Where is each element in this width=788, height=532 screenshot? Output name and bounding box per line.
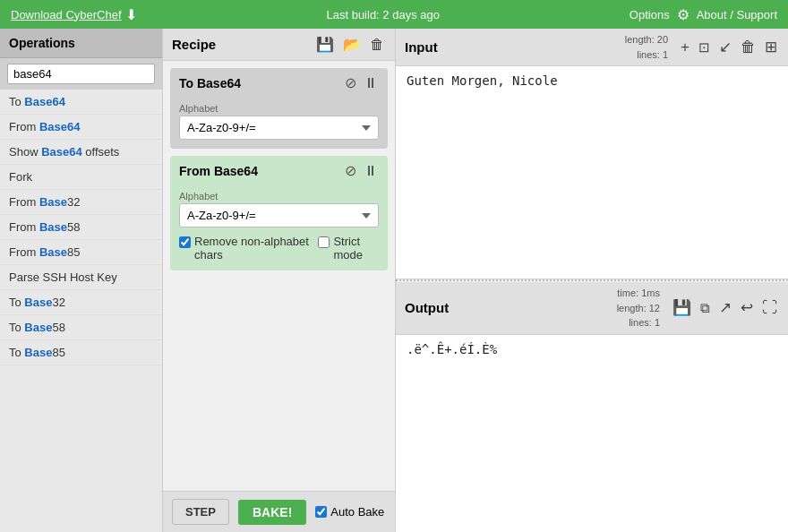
input-clear-button[interactable]: 🗑 [739,37,758,58]
sidebar-item-from-base64[interactable]: From Base64 [0,115,162,140]
remove-non-alpha-checkbox[interactable] [179,236,191,248]
sidebar-item-label: From Base58 [9,220,81,234]
output-save-button[interactable]: 💾 [671,296,693,319]
input-section: Input length: 20 lines: 1 + ⊡ ↙ 🗑 ⊞ [396,29,788,279]
gear-icon[interactable]: ⚙ [677,6,690,23]
sidebar-item-to-base32[interactable]: To Base32 [0,290,162,315]
sidebar-item-from-base85[interactable]: From Base85 [0,240,162,265]
sidebar: Operations To Base64 From Base64 Show Ba… [0,29,163,532]
sidebar-item-label: To Base64 [9,95,65,108]
search-input[interactable] [7,64,155,84]
output-section: Output time: 1ms length: 12 lines: 1 💾 ⧉… [396,282,788,532]
output-lines-value: 1 [655,317,660,328]
input-content[interactable]: Guten Morgen, Nicole [396,66,788,279]
from-base64-header: From Base64 ⊘ ⏸ [170,156,388,185]
to-base64-disable-button[interactable]: ⊘ [344,73,357,92]
from-base64-icons: ⊘ ⏸ [344,161,379,180]
io-panel: Input length: 20 lines: 1 + ⊡ ↙ 🗑 ⊞ [396,29,788,532]
output-icons: 💾 ⧉ ↗ ↩ ⛶ [671,296,779,319]
from-base64-title: From Base64 [179,164,258,178]
from-base64-alphabet-label: Alphabet [179,191,379,202]
output-stats: time: 1ms length: 12 lines: 1 [617,286,660,330]
main-layout: Operations To Base64 From Base64 Show Ba… [0,29,788,532]
sidebar-item-label: Parse SSH Host Key [9,270,117,284]
sidebar-item-label: Fork [9,170,32,184]
output-undo-button[interactable]: ↩ [739,296,755,319]
recipe-trash-button[interactable]: 🗑 [368,35,386,55]
sidebar-item-parse-ssh[interactable]: Parse SSH Host Key [0,265,162,290]
input-new-tab-button[interactable]: ⊡ [697,38,712,57]
to-base64-header: To Base64 ⊘ ⏸ [170,68,388,98]
sidebar-item-label: Show Base64 offsets [9,145,119,159]
remove-non-alpha-item: Remove non-alphabet chars [179,235,311,262]
to-base64-icons: ⊘ ⏸ [344,73,379,92]
recipe-panel: Recipe 💾 📂 🗑 To Base64 ⊘ ⏸ Alphabet [163,29,396,532]
search-box [0,58,162,90]
sidebar-item-label: From Base64 [9,120,81,133]
step-button[interactable]: STEP [172,499,229,525]
download-icon: ⬇ [125,6,137,23]
output-fullscreen-button[interactable]: ⛶ [760,297,779,319]
recipe-blocks: To Base64 ⊘ ⏸ Alphabet A-Za-z0-9+/= From… [163,61,395,491]
remove-non-alpha-label: Remove non-alphabet chars [194,235,311,262]
recipe-title: Recipe [172,37,216,52]
from-base64-pause-button[interactable]: ⏸ [363,162,379,180]
to-base64-alphabet-select[interactable]: A-Za-z0-9+/= [179,116,379,140]
strict-mode-item: Strict mode [318,235,379,262]
input-length-value: 20 [657,34,668,45]
sidebar-item-label: From Base85 [9,245,81,259]
topbar-right: Options ⚙ About / Support [630,6,777,23]
output-content: .ë^.Ê+.éÍ.È% [396,335,788,533]
input-icons: + ⊡ ↙ 🗑 ⊞ [679,36,779,58]
from-base64-body: Alphabet A-Za-z0-9+/= Remove non-alphabe… [170,185,388,270]
input-lines-value: 1 [663,49,668,60]
sidebar-item-label: To Base32 [9,296,65,309]
sidebar-item-to-base64[interactable]: To Base64 [0,90,162,115]
sidebar-item-show-base64-offsets[interactable]: Show Base64 offsets [0,140,162,165]
sidebar-item-label: To Base58 [9,321,65,334]
output-copy-button[interactable]: ⧉ [698,298,712,318]
input-stats: length: 20 lines: 1 [625,32,668,62]
input-length-label: length: [625,34,655,45]
input-lines-label: lines: [637,49,660,60]
sidebar-item-fork[interactable]: Fork [0,165,162,190]
from-base64-alphabet-select[interactable]: A-Za-z0-9+/= [179,203,379,227]
recipe-footer: STEP BAKE! Auto Bake [163,491,395,532]
sidebar-item-from-base32[interactable]: From Base32 [0,190,162,215]
to-base64-body: Alphabet A-Za-z0-9+/= [170,98,388,149]
sidebar-header: Operations [0,29,162,58]
last-build: Last build: 2 days ago [326,8,439,21]
options-label[interactable]: Options [630,8,670,21]
sidebar-item-label: To Base85 [9,346,65,359]
topbar: Download CyberChef ⬇ Last build: 2 days … [0,0,788,29]
output-length-label: length: [617,303,647,313]
input-layout-button[interactable]: ⊞ [763,36,779,58]
to-base64-pause-button[interactable]: ⏸ [363,74,379,92]
auto-bake-area: Auto Bake [315,505,384,519]
input-import-button[interactable]: ↙ [717,36,733,58]
bake-button[interactable]: BAKE! [238,500,306,525]
output-new-win-button[interactable]: ↗ [717,296,733,319]
recipe-header: Recipe 💾 📂 🗑 [163,29,395,61]
output-time-label: time: [617,287,638,298]
sidebar-item-from-base58[interactable]: From Base58 [0,215,162,240]
to-base64-alphabet-label: Alphabet [179,103,379,114]
auto-bake-label: Auto Bake [330,505,384,519]
recipe-open-button[interactable]: 📂 [341,34,363,55]
sidebar-item-to-base85[interactable]: To Base85 [0,340,162,365]
from-base64-disable-button[interactable]: ⊘ [344,161,357,180]
download-link[interactable]: Download CyberChef ⬇ [11,6,137,23]
strict-mode-checkbox[interactable] [318,236,330,248]
input-title: Input [405,39,438,55]
download-cyberchef-link[interactable]: Download CyberChef [11,8,122,21]
auto-bake-checkbox[interactable] [315,506,327,518]
to-base64-title: To Base64 [179,76,241,90]
recipe-save-button[interactable]: 💾 [314,34,336,55]
sidebar-item-to-base58[interactable]: To Base58 [0,315,162,340]
to-base64-block: To Base64 ⊘ ⏸ Alphabet A-Za-z0-9+/= [170,68,388,149]
recipe-header-icons: 💾 📂 🗑 [314,34,386,55]
input-add-button[interactable]: + [679,37,691,58]
output-title: Output [405,300,449,315]
from-base64-checkboxes: Remove non-alphabet chars Strict mode [179,235,379,262]
about-link[interactable]: About / Support [697,8,777,21]
